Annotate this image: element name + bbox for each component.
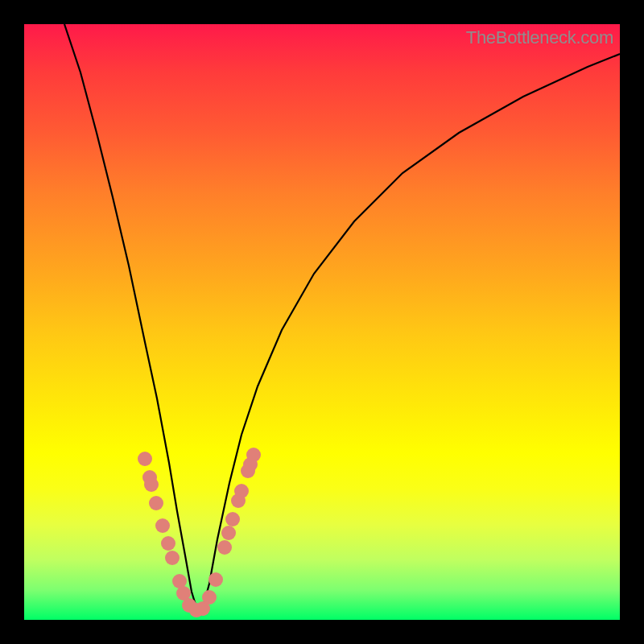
marker-dot: [149, 496, 163, 510]
marker-dot: [234, 484, 249, 498]
marker-dot: [217, 540, 232, 555]
chart-svg: [24, 24, 620, 620]
marker-dot: [161, 536, 175, 551]
marker-dot: [246, 448, 261, 462]
marker-dot: [144, 477, 159, 492]
marker-dot: [155, 518, 170, 533]
marker-dot: [165, 551, 180, 565]
bottleneck-curve: [64, 24, 620, 610]
marker-dot: [225, 512, 240, 526]
marker-dot: [138, 452, 152, 466]
marker-dot: [208, 572, 223, 587]
plot-area: TheBottleneck.com: [24, 24, 620, 620]
chart-container: TheBottleneck.com: [0, 0, 644, 644]
marker-dot: [202, 590, 217, 605]
marker-dot: [221, 526, 236, 540]
